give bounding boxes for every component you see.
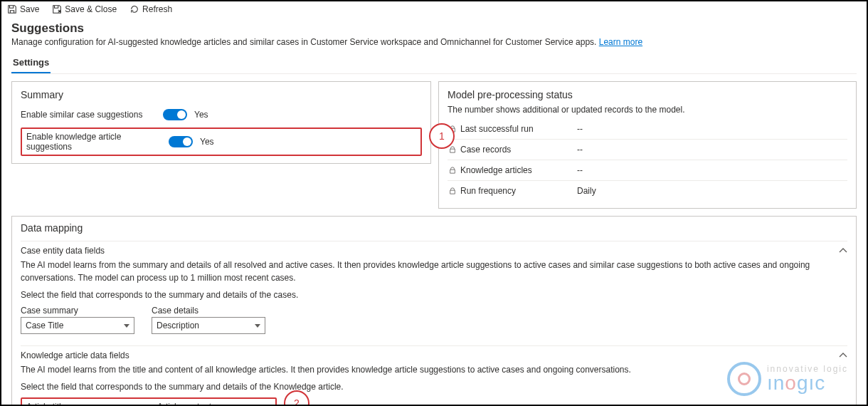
- status-heading: Model pre-processing status: [448, 89, 847, 100]
- article-title-label: Article title: [26, 402, 140, 406]
- status-row: Knowledge articles--: [448, 160, 847, 180]
- data-mapping-heading: Data mapping: [12, 217, 856, 236]
- watermark-brand-right: gıc: [797, 372, 825, 394]
- highlight-article-fields: Article title Title Article content Cont…: [21, 397, 277, 406]
- refresh-button[interactable]: Refresh: [129, 4, 172, 14]
- article-title-field: Article title Title: [26, 402, 140, 406]
- tab-row: Settings: [11, 54, 857, 74]
- ka-help-2: Select the field that corresponds to the…: [21, 380, 847, 393]
- page-title: Suggestions: [11, 21, 857, 36]
- chevron-up-icon: [839, 246, 847, 255]
- watermark-brand-mid: o: [785, 372, 797, 394]
- tab-settings[interactable]: Settings: [11, 54, 51, 73]
- case-entity-title: Case entity data fields: [21, 246, 105, 256]
- status-sub: The number shows additional or updated r…: [448, 105, 847, 115]
- lock-icon: [449, 146, 456, 153]
- case-entity-section: Case entity data fields The AI model lea…: [12, 236, 856, 341]
- article-content-label: Article content: [157, 402, 271, 406]
- page-body: Suggestions Manage configuration for AI-…: [1, 17, 867, 406]
- summary-panel: Summary Enable similar case suggestions …: [11, 81, 431, 164]
- case-details-field: Case details Description: [152, 306, 265, 334]
- similar-cases-label: Enable similar case suggestions: [21, 110, 156, 120]
- save-close-label: Save & Close: [65, 4, 117, 14]
- save-close-icon: [52, 4, 62, 14]
- command-bar: Save Save & Close Refresh: [1, 1, 867, 17]
- case-summary-label: Case summary: [21, 306, 134, 316]
- status-value: --: [577, 124, 583, 134]
- watermark-brand-left: ın: [767, 372, 785, 394]
- status-label: Run frequency: [449, 186, 577, 196]
- annotation-1: 1: [429, 123, 455, 149]
- save-label: Save: [20, 4, 39, 14]
- save-icon: [7, 4, 17, 14]
- watermark-logo: innovative logic ınogıc: [727, 362, 848, 396]
- status-label: Knowledge articles: [449, 165, 577, 175]
- case-help-2: Select the field that corresponds to the…: [21, 288, 847, 301]
- status-row: Last successful run--: [448, 119, 847, 139]
- chevron-up-icon: [839, 351, 847, 360]
- case-entity-title-row[interactable]: Case entity data fields: [21, 241, 847, 256]
- status-row: Case records--: [448, 139, 847, 160]
- summary-heading: Summary: [21, 89, 422, 100]
- learn-more-link[interactable]: Learn more: [599, 37, 642, 47]
- lock-icon: [449, 167, 456, 174]
- similar-cases-value: Yes: [194, 110, 208, 120]
- case-summary-dropdown[interactable]: Case Title: [21, 317, 134, 334]
- watermark-ring-icon: [727, 362, 761, 396]
- summary-row-knowledge-articles: Enable knowledge article suggestions Yes: [26, 132, 416, 152]
- page-subtitle: Manage configuration for AI-suggested kn…: [11, 37, 857, 47]
- status-panel: Model pre-processing status The number s…: [438, 81, 857, 209]
- status-value: Daily: [577, 186, 596, 196]
- case-help-1: The AI model learns from the summary and…: [21, 259, 847, 284]
- status-row: Run frequencyDaily: [448, 180, 847, 201]
- ka-title-row[interactable]: Knowledge article data fields: [21, 345, 847, 360]
- lock-icon: [449, 187, 456, 194]
- save-close-button[interactable]: Save & Close: [52, 4, 117, 14]
- case-summary-field: Case summary Case Title: [21, 306, 134, 334]
- status-label: Last successful run: [449, 124, 577, 134]
- summary-row-similar-cases: Enable similar case suggestions Yes: [21, 105, 422, 125]
- knowledge-articles-value: Yes: [200, 137, 214, 147]
- watermark-brand: ınogıc: [767, 373, 848, 393]
- article-content-field: Article content Content: [157, 402, 271, 406]
- ka-help-1: The AI model learns from the title and c…: [21, 363, 847, 376]
- case-details-value: Description: [157, 321, 199, 330]
- case-details-dropdown[interactable]: Description: [152, 317, 265, 334]
- knowledge-articles-toggle[interactable]: [169, 136, 193, 147]
- knowledge-articles-label: Enable knowledge article suggestions: [26, 132, 162, 152]
- ka-title: Knowledge article data fields: [21, 350, 129, 360]
- page-subtitle-text: Manage configuration for AI-suggested kn…: [11, 37, 596, 47]
- save-button[interactable]: Save: [7, 4, 39, 14]
- status-value: --: [577, 165, 583, 175]
- highlight-enable-ka: Enable knowledge article suggestions Yes…: [21, 127, 422, 156]
- status-value: --: [577, 145, 583, 155]
- case-details-label: Case details: [152, 306, 265, 316]
- caret-down-icon: [255, 324, 260, 328]
- refresh-icon: [129, 4, 139, 14]
- caret-down-icon: [124, 324, 129, 328]
- case-summary-value: Case Title: [26, 321, 63, 330]
- similar-cases-toggle[interactable]: [163, 109, 187, 120]
- refresh-label: Refresh: [142, 4, 172, 14]
- status-label: Case records: [449, 145, 577, 155]
